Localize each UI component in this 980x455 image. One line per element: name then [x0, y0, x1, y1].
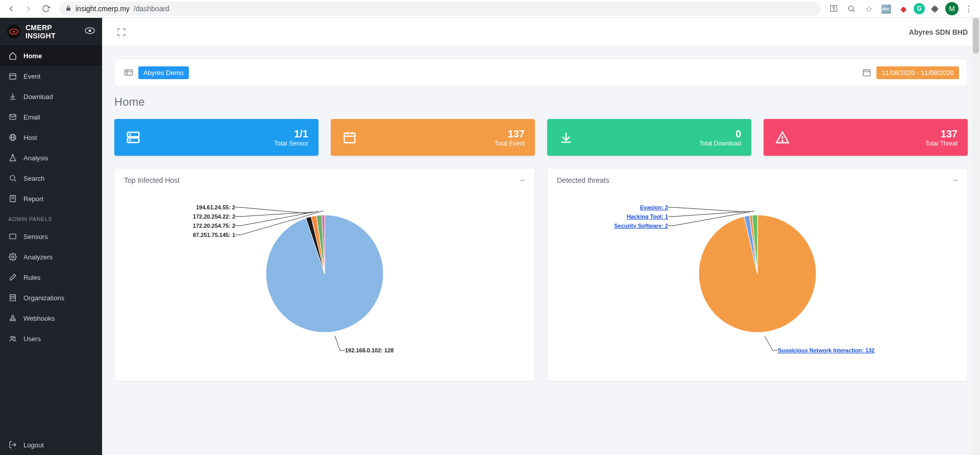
svg-point-5: [89, 30, 91, 32]
svg-point-14: [10, 176, 15, 180]
svg-point-42: [130, 140, 131, 141]
pie-label: 87.251.75.145: 1: [193, 232, 235, 238]
ext2-icon[interactable]: ◆: [896, 2, 911, 16]
svg-point-3: [13, 31, 15, 33]
stat-label: Total Download: [699, 140, 741, 147]
sidebar-item-label: Webhooks: [23, 315, 55, 322]
stats-row: 1/1Total Sensor137Total Event0Total Down…: [114, 119, 968, 156]
sidebar-item-label: Download: [23, 93, 53, 101]
url-host: insight.cmerp.my: [76, 5, 130, 13]
brand-logo-icon: [7, 25, 20, 39]
profile-avatar[interactable]: M: [945, 2, 959, 15]
svg-point-41: [130, 134, 131, 135]
stat-total-threat[interactable]: 137Total Threat: [764, 119, 968, 156]
stat-total-event[interactable]: 137Total Event: [331, 119, 535, 156]
sidebar-item-report[interactable]: Report: [0, 188, 102, 209]
logout-icon: [8, 440, 17, 449]
sidebar-item-sensors[interactable]: Sensors: [0, 226, 102, 247]
pie-label[interactable]: Security Software: 2: [614, 223, 668, 229]
stat-value: 137: [495, 128, 525, 140]
main: Abyres SDN BHD Abyres Demo 11/08/2020 - …: [102, 18, 980, 455]
alert-icon: [774, 129, 791, 146]
pie-label[interactable]: Evasion: 2: [640, 204, 668, 210]
stat-total-sensor[interactable]: 1/1Total Sensor: [114, 119, 318, 156]
svg-point-27: [13, 319, 15, 321]
kebab-icon[interactable]: ⋮: [962, 2, 976, 16]
forward-button[interactable]: [21, 2, 36, 16]
home-icon: [8, 51, 17, 60]
stat-value: 0: [699, 128, 741, 140]
calendar-icon: [8, 71, 17, 81]
svg-rect-43: [345, 133, 355, 143]
pie-label: 172.20.254.22: 2: [193, 213, 235, 220]
collapse-button[interactable]: −: [520, 176, 525, 185]
stat-total-download[interactable]: 0Total Download: [547, 119, 751, 156]
sidebar-item-home[interactable]: Home: [0, 45, 102, 66]
translate-ext-icon[interactable]: 🔤: [879, 2, 893, 16]
sidebar-item-label: Search: [23, 175, 44, 182]
topbar: Abyres SDN BHD: [102, 18, 980, 46]
back-button[interactable]: [4, 2, 18, 16]
org-chip[interactable]: Abyres Demo: [138, 66, 189, 79]
org-select-icon[interactable]: [123, 67, 134, 78]
sidebar-item-analysis[interactable]: Analysis: [0, 148, 102, 168]
sidebar-item-analyzers[interactable]: Analyzers: [0, 247, 102, 267]
users-icon: [8, 334, 17, 343]
sidebar-item-search[interactable]: Search: [0, 168, 102, 188]
sidebar-item-label: Logout: [23, 441, 44, 449]
gear-icon: [8, 252, 17, 261]
sidebar-item-label: Organizations: [23, 294, 64, 302]
address-bar[interactable]: insight.cmerp.my/dashboard: [59, 2, 821, 16]
pie-label: 194.61.24.55: 2: [196, 204, 235, 210]
mail-icon: [8, 112, 17, 122]
panel-detected-threats: Detected threats − Suspicious Network In…: [547, 168, 968, 381]
panel-title: Detected threats: [557, 176, 609, 184]
sidebar-item-label: Analysis: [23, 154, 48, 162]
star-icon[interactable]: ☆: [862, 2, 876, 16]
sidebar-item-download[interactable]: Download: [0, 86, 102, 107]
scrollbar-thumb[interactable]: [973, 18, 979, 54]
fullscreen-button[interactable]: [114, 25, 129, 39]
svg-rect-6: [10, 74, 16, 79]
key-icon[interactable]: ⚿: [827, 2, 841, 16]
pie-label[interactable]: Hacking Tool: 1: [627, 213, 668, 220]
stat-value: 1/1: [274, 128, 308, 140]
sidebar-item-event[interactable]: Event: [0, 66, 102, 86]
svg-rect-35: [864, 70, 871, 76]
sidebar-item-email[interactable]: Email: [0, 107, 102, 127]
panel-top-infected-host: Top Infected Host − 192.168.0.102: 12819…: [114, 168, 535, 381]
sidebar-item-label: Event: [23, 73, 40, 80]
svg-point-22: [12, 256, 14, 258]
pie-label: 172.20.254.75: 2: [193, 223, 235, 229]
scrollbar[interactable]: [972, 18, 980, 455]
lock-icon: [65, 5, 71, 13]
calendar-big-icon: [341, 129, 358, 146]
admin-panels-header: ADMIN PANELS: [0, 209, 102, 226]
sensors-icon: [8, 232, 17, 241]
zoom-icon[interactable]: [844, 2, 859, 16]
webhook-icon: [8, 314, 17, 323]
sidebar-item-rules[interactable]: Rules: [0, 267, 102, 288]
sidebar-item-label: Users: [23, 335, 41, 343]
sidebar-item-organizations[interactable]: Organizations: [0, 288, 102, 308]
stat-label: Total Event: [495, 140, 525, 147]
sidebar-item-webhooks[interactable]: Webhooks: [0, 308, 102, 328]
stat-label: Total Sensor: [274, 140, 308, 147]
pie-label[interactable]: Suspicious Network Interaction: 132: [778, 347, 875, 353]
calendar-icon[interactable]: [861, 67, 872, 78]
sidebar-item-label: Sensors: [23, 233, 48, 241]
reload-button[interactable]: [39, 2, 53, 16]
visibility-toggle-icon[interactable]: [85, 27, 95, 36]
brand: CMERP INSIGHT: [0, 18, 102, 45]
panel-title: Top Infected Host: [124, 176, 180, 184]
svg-point-0: [849, 6, 853, 11]
collapse-button[interactable]: −: [952, 176, 958, 185]
extensions-icon[interactable]: [928, 2, 942, 16]
grammarly-ext-icon[interactable]: G: [914, 3, 925, 14]
daterange-chip[interactable]: 11/08/2020 - 11/08/2020: [876, 66, 959, 79]
sidebar-item-host[interactable]: Host: [0, 127, 102, 148]
sidebar-item-users[interactable]: Users: [0, 328, 102, 349]
stat-label: Total Threat: [925, 140, 958, 147]
sidebar-item-logout[interactable]: Logout: [0, 435, 102, 455]
sidebar-item-label: Email: [23, 113, 40, 121]
